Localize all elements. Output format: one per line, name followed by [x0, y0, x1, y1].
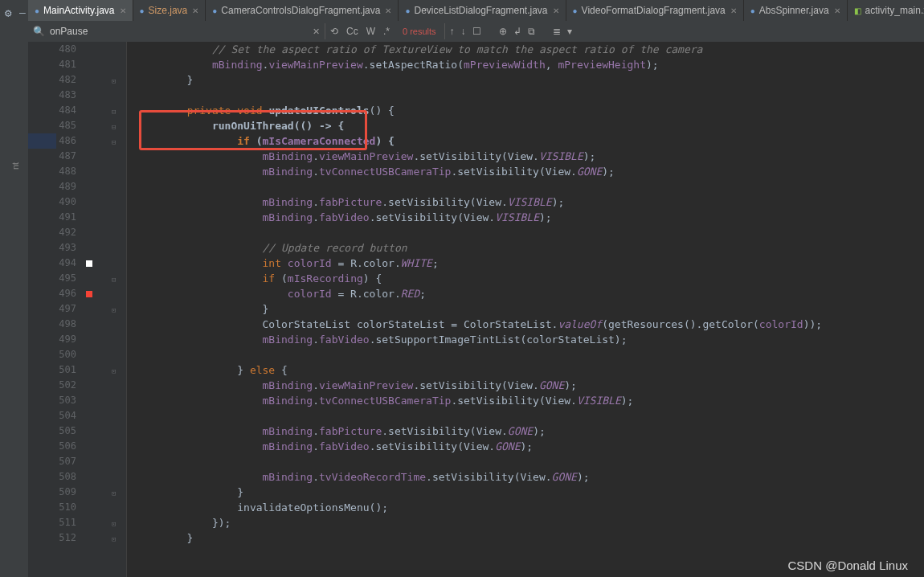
close-icon[interactable]: ✕ [192, 6, 198, 15]
tab-label: VideoFormatDialogFragment.java [582, 5, 726, 16]
editor-tabs: ●MainActivity.java✕●Size.java✕●CameraCon… [28, 0, 924, 22]
code-line[interactable]: 497⊡ } [28, 301, 924, 317]
code-text: private void updateUIControls() { [137, 103, 395, 118]
code-line[interactable]: 492 [28, 225, 924, 240]
line-number: 490 [28, 194, 83, 210]
match-case-button[interactable]: Cc [346, 26, 358, 37]
gear-icon[interactable]: ⚙ [5, 6, 11, 19]
search-area: 🔍 [28, 25, 303, 38]
nav-up-icon[interactable]: ↑ [450, 26, 455, 37]
code-line[interactable]: 505 mBinding.fabPicture.setVisibility(Vi… [28, 424, 924, 439]
gutter-marker-white [86, 260, 92, 267]
tab-DeviceListDialogFragment-java[interactable]: ●DeviceListDialogFragment.java✕ [399, 0, 566, 21]
code-line[interactable]: 503 mBinding.tvConnectUSBCameraTip.setVi… [28, 393, 924, 408]
line-number: 511 [28, 515, 83, 530]
code-line[interactable]: 486⊟ if (mIsCameraConnected) { [28, 133, 924, 149]
code-line[interactable]: 500 [28, 347, 924, 362]
code-line[interactable]: 510 invalidateOptionsMenu(); [28, 500, 924, 515]
code-line[interactable]: 512⊡ } [28, 530, 924, 546]
line-number: 492 [28, 225, 83, 240]
code-line[interactable]: 506 mBinding.fabVideo.setVisibility(View… [28, 439, 924, 454]
file-icon: ● [140, 6, 145, 15]
code-line[interactable]: 490 mBinding.fabPicture.setVisibility(Vi… [28, 194, 924, 210]
line-number: 480 [28, 42, 83, 57]
close-icon[interactable]: ✕ [120, 6, 126, 15]
collapse-icon[interactable]: — [19, 6, 26, 18]
code-line[interactable]: 511⊡ }); [28, 515, 924, 530]
code-text: mBinding.fabVideo.setVisibility(View.GON… [137, 439, 533, 454]
regex-button[interactable]: .* [383, 26, 390, 37]
code-line[interactable]: 487 mBinding.viewMainPreview.setVisibili… [28, 149, 924, 164]
line-number: 498 [28, 317, 83, 332]
line-number: 493 [28, 240, 83, 256]
prev-occurrence-icon[interactable]: ⟲ [330, 26, 338, 37]
line-number: 496 [28, 286, 83, 301]
code-line[interactable]: 501⊡ } else { [28, 362, 924, 378]
line-number: 512 [28, 530, 83, 546]
filter-icon[interactable]: ▾ [567, 26, 572, 37]
code-line[interactable]: 502 mBinding.viewMainPreview.setVisibili… [28, 378, 924, 393]
search-input[interactable] [48, 25, 260, 38]
code-line[interactable]: 499 mBinding.fabVideo.setSupportImageTin… [28, 332, 924, 347]
code-text: // Update record button [137, 240, 407, 256]
code-text: mBinding.fabPicture.setVisibility(View.G… [137, 424, 546, 439]
tab-Size-java[interactable]: ●Size.java✕ [133, 0, 206, 21]
close-icon[interactable]: ✕ [385, 6, 391, 15]
select-all-icon[interactable]: ☐ [472, 26, 481, 37]
tab-CameraControlsDialogFragment-java[interactable]: ●CameraControlsDialogFragment.java✕ [206, 0, 399, 21]
code-text: mBinding.tvConnectUSBCameraTip.setVisibi… [137, 393, 633, 408]
code-text: mBinding.fabVideo.setVisibility(View.VIS… [137, 210, 552, 225]
code-line[interactable]: 491 mBinding.fabVideo.setVisibility(View… [28, 210, 924, 225]
close-icon[interactable]: ✕ [834, 6, 840, 15]
line-number: 495 [28, 271, 83, 286]
left-gutter-strip: ⚙ — nt [0, 0, 29, 577]
add-selection-icon[interactable]: ⊕ [499, 26, 507, 37]
line-number: 488 [28, 164, 83, 179]
code-line[interactable]: 495⊟ if (mIsRecording) { [28, 271, 924, 286]
line-number: 505 [28, 424, 83, 439]
code-line[interactable]: 485⊟ runOnUiThread(() -> { [28, 118, 924, 133]
code-line[interactable]: 507 [28, 454, 924, 469]
code-line[interactable]: 504 [28, 408, 924, 424]
code-line[interactable]: 498 ColorStateList colorStateList = Colo… [28, 317, 924, 332]
close-icon[interactable]: ✕ [730, 6, 737, 15]
tab-MainActivity-java[interactable]: ●MainActivity.java✕ [28, 0, 133, 21]
words-button[interactable]: W [366, 26, 375, 37]
tab-AbsSpinner-java[interactable]: ●AbsSpinner.java✕ [744, 0, 848, 21]
code-line[interactable]: 483 [28, 88, 924, 103]
fold-expand-icon[interactable]: ⊡ [112, 532, 116, 547]
line-number: 509 [28, 485, 83, 500]
file-icon: ● [405, 6, 410, 15]
code-line[interactable]: 482⊡ } [28, 72, 924, 88]
clear-icon[interactable]: ✕ [308, 27, 325, 37]
open-in-find-icon[interactable]: ⧉ [528, 26, 535, 37]
code-line[interactable]: 488 mBinding.tvConnectUSBCameraTip.setVi… [28, 164, 924, 179]
search-icon: 🔍 [33, 26, 45, 37]
code-text: mBinding.tvConnectUSBCameraTip.setVisibi… [137, 164, 615, 179]
line-number: 484 [28, 103, 83, 118]
line-number: 482 [28, 72, 83, 88]
code-line[interactable]: 489 [28, 179, 924, 194]
code-text: } else { [137, 362, 288, 378]
gutter-marker-red [86, 291, 92, 297]
code-line[interactable]: 496 colorId = R.color.RED; [28, 286, 924, 301]
code-line[interactable]: 509⊡ } [28, 485, 924, 500]
sort-icon[interactable]: ≣ [553, 26, 561, 37]
line-number: 510 [28, 500, 83, 515]
file-icon: ● [35, 6, 39, 15]
close-icon[interactable]: ✕ [553, 6, 559, 15]
code-line[interactable]: 480 // Set the aspect ratio of TextureVi… [28, 42, 924, 57]
new-line-icon[interactable]: ↲ [513, 26, 521, 37]
code-line[interactable]: 484⊟ private void updateUIControls() { [28, 103, 924, 118]
code-line[interactable]: 508 mBinding.tvVideoRecordTime.setVisibi… [28, 469, 924, 485]
code-text: } [137, 530, 193, 546]
line-number: 494 [28, 256, 83, 271]
code-line[interactable]: 493 // Update record button [28, 240, 924, 256]
file-icon: ◧ [854, 6, 861, 15]
nav-down-icon[interactable]: ↓ [461, 26, 466, 37]
tab-VideoFormatDialogFragment-java[interactable]: ●VideoFormatDialogFragment.java✕ [566, 0, 744, 21]
code-line[interactable]: 481 mBinding.viewMainPreview.setAspectRa… [28, 57, 924, 72]
code-line[interactable]: 494 int colorId = R.color.WHITE; [28, 256, 924, 271]
tab-activity_main-xml[interactable]: ◧activity_main.xml✕ [848, 0, 924, 21]
editor[interactable]: 480 // Set the aspect ratio of TextureVi… [28, 42, 924, 577]
